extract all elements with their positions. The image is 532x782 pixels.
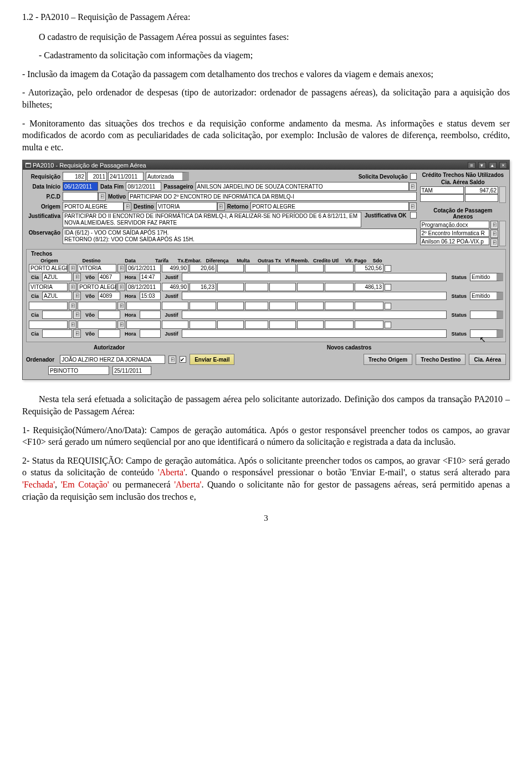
anexo-add-icon-1[interactable]: ⍇ [490,221,498,229]
trecho-credito[interactable] [325,302,354,310]
trecho-vlrpago[interactable]: 486,13 [355,283,383,291]
trecho-status[interactable] [470,311,503,319]
lookup-cia-icon[interactable]: ⍇ [73,273,81,281]
checkbox-justificativa-ok[interactable] [410,212,417,219]
minimize-icon[interactable]: ▾ [478,162,486,169]
trecho-vlreemb[interactable] [297,302,324,310]
trecho-credito[interactable] [325,264,354,272]
credit-saldo-1[interactable]: 947,62 [465,186,498,194]
field-ordenador[interactable]: JOÃO ALZIRO HERZ DA JORNADA [60,355,165,364]
trecho-cia[interactable] [42,311,72,319]
trecho-data[interactable]: 06/12/2011 [126,264,161,272]
trecho-tarifa[interactable] [162,302,188,310]
trecho-sdo-checkbox[interactable] [385,284,391,291]
lookup-cia-icon[interactable]: ⍇ [73,311,81,319]
trecho-outras[interactable] [269,321,296,329]
trecho-data[interactable] [126,321,161,329]
field-passageiro[interactable]: ANILSON JARDELINO DE SOUZA CONTERATTO [196,182,409,191]
trecho-multa[interactable] [245,302,268,310]
lookup-trecho-origem-icon[interactable]: ⍇ [69,283,76,291]
trecho-credito[interactable] [325,283,354,291]
trecho-hora[interactable] [140,311,161,319]
trecho-status[interactable] [470,329,503,338]
trecho-vlrpago[interactable] [355,321,383,329]
trecho-txembar[interactable] [190,321,216,329]
trecho-destino[interactable] [78,302,116,310]
trecho-voo[interactable] [98,311,120,319]
trecho-tarifa[interactable]: 469,90 [162,283,188,291]
trecho-data[interactable]: 08/12/2011 [126,283,161,291]
lookup-trecho-origem-icon[interactable]: ⍇ [69,321,76,329]
trecho-origem[interactable] [29,302,68,310]
field-req-num[interactable]: 182 [63,172,86,181]
trecho-destino[interactable] [78,321,116,329]
anexo-3[interactable]: Anilson 06.12 POA-VIX.p [420,237,489,245]
field-origem[interactable]: PORTO ALEGRE [63,202,124,211]
trecho-diferenca[interactable] [217,264,244,272]
lookup-trecho-destino-icon[interactable]: ⍇ [117,302,125,310]
anexo-2[interactable]: 2º Encontro Informatica R [420,229,489,237]
trecho-hora[interactable] [140,329,161,338]
trecho-diferenca[interactable] [217,302,244,310]
field-req-ano[interactable]: 2011 [87,172,107,181]
trecho-credito[interactable] [325,321,354,329]
lookup-cia-icon[interactable]: ⍇ [73,329,81,338]
trecho-destino-button[interactable]: Trecho Destino [416,354,466,365]
field-pcd[interactable] [63,192,98,201]
collapse-icon[interactable]: ≡ [468,162,475,169]
lookup-ordenador-icon[interactable]: ⍇ [168,356,176,364]
maximize-icon[interactable]: ▴ [489,162,497,169]
trecho-destino[interactable]: VITORIA [78,264,116,272]
credit-cia-2[interactable] [420,194,464,202]
trecho-sdo-checkbox[interactable] [385,303,391,309]
field-motivo[interactable]: PARTICIPAR DO 2º ENCONTRO DE INFORMÁTICA… [128,192,416,201]
trecho-diferenca[interactable] [217,321,244,329]
checkbox-solicita-devolucao[interactable] [410,173,417,180]
trecho-origem-button[interactable]: Trecho Origem [364,354,413,365]
trecho-vlreemb[interactable] [297,321,324,329]
trecho-multa[interactable] [245,283,268,291]
trecho-tarifa[interactable] [162,321,188,329]
trecho-tarifa[interactable]: 499,90 [162,264,188,272]
anexo-scrollbar[interactable] [499,221,506,246]
trecho-vlreemb[interactable] [297,264,324,272]
lookup-origem-icon[interactable]: ⍇ [124,202,131,211]
trecho-hora[interactable]: 14:47 [140,273,161,281]
field-justificativa[interactable]: PARTICIPAR DO II ENCONTRO DE INFORMÁTICA… [63,212,361,227]
trecho-voo[interactable]: 4089 [98,292,120,300]
trecho-outras[interactable] [269,302,296,310]
lookup-retorno-icon[interactable]: ⍇ [409,202,417,211]
trecho-status[interactable]: Emitido [470,273,503,281]
close-icon[interactable]: × [499,162,507,169]
lookup-trecho-destino-icon[interactable]: ⍇ [117,264,125,272]
credit-saldo-2[interactable] [465,194,498,202]
trecho-justif[interactable] [182,311,447,319]
trecho-voo[interactable] [98,329,120,338]
field-retorno[interactable]: PORTO ALEGRE [250,202,409,211]
field-data-inicio[interactable]: 06/12/2011 [63,182,98,191]
trecho-outras[interactable] [269,264,296,272]
lookup-trecho-destino-icon[interactable]: ⍇ [117,321,125,329]
lookup-trecho-origem-icon[interactable]: ⍇ [69,264,76,272]
trecho-origem[interactable]: VITORIA [29,283,68,291]
trecho-cia[interactable]: AZUL [42,292,72,300]
lookup-trecho-destino-icon[interactable]: ⍇ [117,283,125,291]
lookup-pcd-icon[interactable]: ⍇ [98,192,106,201]
credit-cia-1[interactable]: TAM [420,186,464,194]
trecho-vlreemb[interactable] [297,283,324,291]
trecho-sdo-checkbox[interactable] [385,322,391,328]
trecho-origem[interactable]: PORTO ALEGR [29,264,68,272]
anexo-1[interactable]: Programação.docx [420,221,489,228]
trecho-txembar[interactable]: 16,23 [190,283,216,291]
enviar-email-button[interactable]: Enviar E-mail [190,354,234,365]
lookup-trecho-origem-icon[interactable]: ⍇ [69,302,76,310]
trecho-justif[interactable] [182,329,447,338]
trecho-vlrpago[interactable] [355,302,383,310]
trecho-multa[interactable] [245,321,268,329]
field-req-data[interactable]: 24/11/2011 [108,172,144,181]
trecho-cia[interactable] [42,329,72,338]
trecho-data[interactable] [126,302,161,310]
trecho-sdo-checkbox[interactable] [385,265,391,272]
field-observacao[interactable]: IDA (6/12) - VOO COM SAÍDA APÓS 17H. RET… [63,228,417,244]
cia-aerea-button[interactable]: Cia. Aérea [469,354,506,365]
